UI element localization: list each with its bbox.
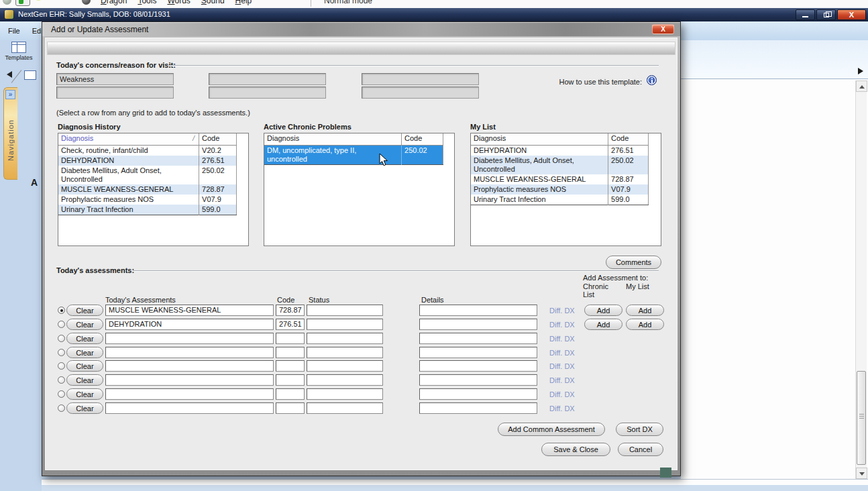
- row-select-radio[interactable]: [58, 404, 65, 412]
- menu-file[interactable]: File: [8, 27, 20, 35]
- status-field[interactable]: [307, 374, 383, 386]
- status-field[interactable]: [307, 360, 383, 372]
- diagnosis-row[interactable]: MUSCLE WEAKNESS-GENERAL728.87: [58, 184, 237, 195]
- diff-dx-link[interactable]: Diff. DX: [549, 404, 575, 413]
- menu-dragon[interactable]: Dragon: [101, 0, 127, 5]
- assessment-field[interactable]: [105, 333, 274, 344]
- row-select-radio[interactable]: [58, 321, 65, 328]
- concern-field-3[interactable]: [209, 73, 326, 85]
- assessment-field[interactable]: [105, 374, 274, 386]
- diff-dx-link[interactable]: Diff. DX: [549, 335, 575, 343]
- dialog-close-button[interactable]: X: [652, 24, 674, 34]
- code-field[interactable]: [276, 402, 305, 414]
- diagnosis-row[interactable]: Diabetes Mellitus, Adult Onset, Uncontro…: [471, 156, 649, 174]
- code-column-header[interactable]: Code: [199, 133, 237, 145]
- diagnosis-row[interactable]: Check, routine, infant/childV20.2: [58, 145, 237, 156]
- assessment-field[interactable]: MUSCLE WEAKNESS-GENERAL: [105, 305, 274, 316]
- add-to-my-list-button[interactable]: Add: [626, 319, 664, 330]
- back-arrow-icon[interactable]: [7, 71, 12, 78]
- row-select-radio[interactable]: [58, 390, 65, 398]
- clear-button[interactable]: Clear: [66, 402, 103, 414]
- diff-dx-link[interactable]: Diff. DX: [549, 349, 575, 357]
- code-field[interactable]: [276, 347, 305, 358]
- diagnosis-column-header[interactable]: Diagnosis: [264, 133, 402, 145]
- assessment-field[interactable]: [105, 388, 274, 400]
- diagnosis-row[interactable]: DEHYDRATION276.51: [471, 145, 649, 156]
- code-field[interactable]: [276, 360, 305, 372]
- concern-field-4[interactable]: [209, 87, 326, 99]
- template-tab-icon[interactable]: [24, 70, 36, 80]
- diff-dx-link[interactable]: Diff. DX: [549, 390, 575, 398]
- status-field[interactable]: [307, 333, 383, 344]
- diff-dx-link[interactable]: Diff. DX: [549, 321, 575, 329]
- dragon-status-icon[interactable]: [3, 0, 11, 5]
- clear-button[interactable]: Clear: [66, 319, 103, 330]
- row-select-radio[interactable]: [58, 307, 65, 314]
- cancel-button[interactable]: Cancel: [618, 443, 663, 456]
- diagnosis-row[interactable]: Urinary Tract Infection599.0: [471, 195, 649, 205]
- diagnosis-row[interactable]: Prophylactic measures NOSV07.9: [58, 195, 237, 205]
- clear-button[interactable]: Clear: [66, 347, 103, 358]
- concern-field-6[interactable]: [362, 87, 479, 99]
- dialog-titlebar[interactable]: Add or Update Assessment X: [42, 22, 680, 36]
- details-field[interactable]: [419, 388, 537, 400]
- assessment-field[interactable]: [105, 347, 274, 358]
- restore-button[interactable]: [816, 9, 836, 20]
- diagnosis-row[interactable]: DM, uncomplicated, type II, uncontrolled…: [264, 145, 443, 164]
- clear-button[interactable]: Clear: [66, 305, 103, 316]
- expand-right-icon[interactable]: [858, 68, 863, 74]
- add-to-my-list-button[interactable]: Add: [626, 305, 664, 316]
- scrollbar-thumb[interactable]: [857, 371, 866, 465]
- details-field[interactable]: [419, 347, 537, 358]
- clear-button[interactable]: Clear: [66, 333, 103, 344]
- minimize-button[interactable]: [796, 9, 815, 20]
- code-column-header[interactable]: Code: [402, 133, 443, 145]
- scroll-down-button[interactable]: [856, 468, 867, 479]
- templates-button[interactable]: Templates: [1, 42, 36, 68]
- dragon-microphone-icon[interactable]: [15, 0, 30, 6]
- clear-button[interactable]: Clear: [66, 360, 103, 372]
- row-select-radio[interactable]: [58, 335, 65, 342]
- diagnosis-column-header[interactable]: Diagnosis/: [58, 133, 199, 145]
- code-field[interactable]: 276.51: [276, 319, 305, 330]
- clear-button[interactable]: Clear: [66, 388, 103, 400]
- details-field[interactable]: [419, 305, 537, 316]
- window-titlebar[interactable]: NextGen EHR: Sally Smalls, DOB: 08/01/19…: [0, 8, 868, 21]
- concern-field-5[interactable]: [362, 73, 479, 85]
- status-field[interactable]: [307, 388, 383, 400]
- chevron-expand-icon[interactable]: »: [5, 90, 15, 99]
- scroll-up-button[interactable]: [856, 80, 867, 92]
- menu-sound[interactable]: Sound: [201, 0, 225, 5]
- diff-dx-link[interactable]: Diff. DX: [549, 307, 575, 315]
- concern-field-1[interactable]: Weakness: [56, 73, 174, 85]
- assessment-field[interactable]: [105, 402, 274, 414]
- diff-dx-link[interactable]: Diff. DX: [549, 362, 575, 370]
- row-select-radio[interactable]: [58, 376, 65, 384]
- row-select-radio[interactable]: [58, 362, 65, 370]
- diagnosis-row[interactable]: MUSCLE WEAKNESS-GENERAL728.87: [471, 174, 649, 184]
- menu-help[interactable]: Help: [235, 0, 252, 5]
- diagnosis-row[interactable]: DEHYDRATION276.51: [58, 156, 237, 166]
- diagnosis-column-header[interactable]: Diagnosis: [471, 133, 608, 145]
- status-field[interactable]: [307, 319, 383, 330]
- clear-button[interactable]: Clear: [66, 374, 103, 386]
- info-icon[interactable]: [647, 75, 657, 85]
- code-field[interactable]: [276, 374, 305, 386]
- status-field[interactable]: [307, 402, 383, 414]
- details-field[interactable]: [419, 333, 537, 344]
- details-field[interactable]: [419, 360, 537, 372]
- add-to-chronic-list-button[interactable]: Add: [584, 305, 622, 316]
- comments-button[interactable]: Comments: [606, 256, 661, 269]
- assessment-field[interactable]: DEHYDRATION: [105, 319, 274, 330]
- status-field[interactable]: [307, 305, 383, 316]
- code-column-header[interactable]: Code: [608, 133, 649, 145]
- menu-tools[interactable]: Tools: [138, 0, 156, 5]
- diff-dx-link[interactable]: Diff. DX: [549, 376, 575, 384]
- assessment-field[interactable]: [105, 360, 274, 372]
- save-and-close-button[interactable]: Save & Close: [541, 443, 610, 456]
- status-field[interactable]: [307, 347, 383, 358]
- menu-words[interactable]: Words: [167, 0, 190, 5]
- code-field[interactable]: 728.87: [276, 305, 305, 316]
- row-select-radio[interactable]: [58, 349, 65, 356]
- diagnosis-row[interactable]: Diabetes Mellitus, Adult Onset, Uncontro…: [58, 166, 237, 184]
